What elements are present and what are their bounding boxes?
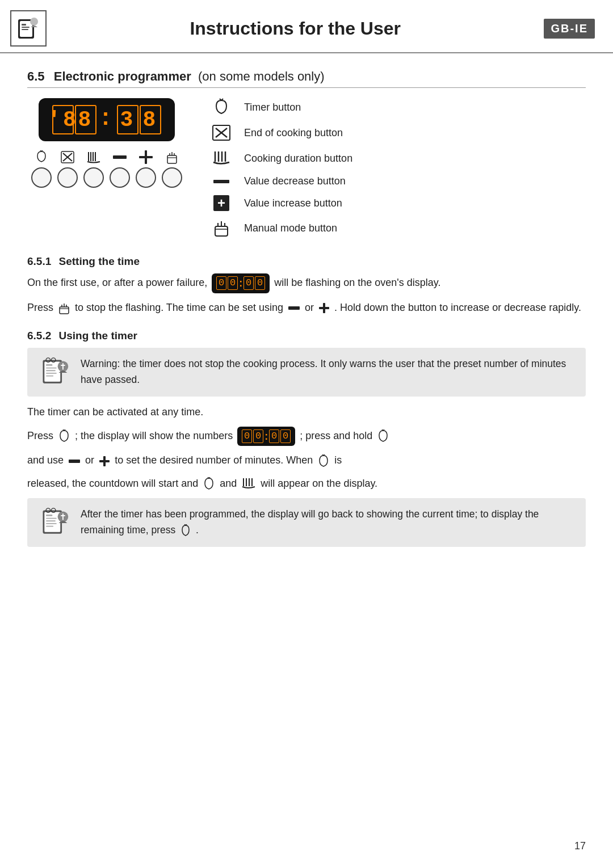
legend-end-cooking-text: End of cooking button xyxy=(244,127,343,139)
para-652-3: and use or to set the desired number of … xyxy=(27,452,586,469)
svg-rect-4 xyxy=(22,29,28,30)
inline-display-2: 0 0 : 0 0 xyxy=(237,427,295,446)
legend-manual-text: Manual mode button xyxy=(244,222,337,234)
para-652-4a: released, the countdown will start and xyxy=(27,478,198,489)
para-652-1: The timer can be activated at any time. xyxy=(27,403,586,421)
para-651-2: Press to stop the flashing. The time can… xyxy=(27,299,586,317)
svg-rect-51 xyxy=(46,376,53,377)
inline-plus-icon-2 xyxy=(99,456,110,467)
svg-rect-47 xyxy=(46,364,52,366)
digit-colon: : xyxy=(98,106,116,132)
btn-timer-col xyxy=(31,149,52,188)
plus-btn-symbol xyxy=(138,149,153,165)
btn-plus-col xyxy=(136,149,156,188)
inline-minus-icon-2 xyxy=(68,458,81,464)
para-652-1-text: The timer can be activated at any time. xyxy=(27,406,203,418)
plus-btn-circle[interactable] xyxy=(136,167,156,188)
id-d3: 0 xyxy=(243,276,254,290)
btn-minus-col xyxy=(110,149,130,188)
inline-minus-icon xyxy=(288,305,300,311)
timer-btn-circle[interactable] xyxy=(31,167,52,188)
para-652-4c: will appear on the display. xyxy=(261,478,377,489)
para-651-1: On the first use, or after a power failu… xyxy=(27,273,586,293)
legend-item-end-cooking: End of cooking button xyxy=(209,124,586,141)
svg-rect-37 xyxy=(60,307,69,314)
legend-cooking-duration-icon xyxy=(209,149,234,167)
svg-rect-42 xyxy=(288,306,300,310)
id-d4: 0 xyxy=(255,276,265,290)
legend-increase-icon: + xyxy=(209,195,234,211)
warning-icon-1 xyxy=(37,356,72,389)
manual-btn-circle[interactable] xyxy=(162,167,182,188)
legend-item-decrease: Value decrease button xyxy=(209,175,586,187)
legend-end-cooking-icon xyxy=(209,124,234,141)
region-badge: GB-IE xyxy=(544,19,595,39)
digit-3: 3 xyxy=(117,105,138,134)
legend-increase-text: Value increase button xyxy=(244,197,342,209)
main-content: 6.5 Electronic programmer (on some model… xyxy=(0,53,613,576)
para-652-4b: and xyxy=(220,478,237,489)
svg-rect-78 xyxy=(46,525,53,526)
inline-bell-icon-5 xyxy=(180,524,191,537)
page-header: Instructions for the User GB-IE xyxy=(0,0,613,53)
id2-d1: 0 xyxy=(242,429,252,443)
minus-btn-symbol xyxy=(112,149,127,165)
inline-manual-icon xyxy=(58,302,70,314)
para-652-4: released, the countdown will start and a… xyxy=(27,475,586,492)
warning-icon-2 xyxy=(37,506,72,539)
end-cooking-btn-symbol xyxy=(60,149,75,165)
section-title: Electronic programmer xyxy=(54,69,191,83)
para-652-3b: or xyxy=(85,454,94,466)
inline-plus-icon xyxy=(318,302,330,314)
subsection-651-heading: 6.5.1 Setting the time xyxy=(27,255,586,268)
svg-rect-61 xyxy=(69,460,80,463)
svg-rect-50 xyxy=(46,373,57,374)
inline-bell-icon-3 xyxy=(317,454,330,468)
para-652-3a: and use xyxy=(27,454,64,466)
para-652-3d: is xyxy=(334,454,342,466)
cooking-dur-btn-circle[interactable] xyxy=(83,167,104,188)
id2-d2: 0 xyxy=(253,429,263,443)
subsection-652-title: Using the timer xyxy=(59,330,137,342)
svg-rect-2 xyxy=(22,24,26,26)
subsection-651-title: Setting the time xyxy=(59,255,140,267)
inline-bell-icon-1 xyxy=(58,429,70,443)
page-number: 17 xyxy=(574,840,586,852)
warning-2-text: After the timer has been programmed, the… xyxy=(81,508,539,536)
end-cooking-btn-circle[interactable] xyxy=(57,167,78,188)
digit-2: 8 xyxy=(75,105,96,134)
btn-manual-col xyxy=(162,149,182,188)
legend-decrease-text: Value decrease button xyxy=(244,175,346,187)
svg-rect-75 xyxy=(46,517,57,519)
id2-colon: : xyxy=(264,428,268,445)
legend-item-timer: Timer button xyxy=(209,98,586,116)
svg-rect-76 xyxy=(46,520,56,521)
timer-btn-symbol xyxy=(35,149,48,165)
id-d1: 0 xyxy=(216,276,226,290)
warning-2b: . xyxy=(196,524,199,536)
display-screen: '8 8 : 3 8 xyxy=(39,98,175,141)
display-panel: '8 8 : 3 8 xyxy=(27,98,186,191)
inline-bell-icon-4 xyxy=(203,477,215,491)
notepad-svg-1 xyxy=(39,357,70,389)
display-digits: '8 8 : 3 8 xyxy=(52,105,161,134)
section-num: 6.5 xyxy=(27,69,45,83)
para-652-2a: Press xyxy=(27,430,53,441)
btn-cooking-dur-col xyxy=(83,149,104,188)
subsection-652-num: 6.5.2 xyxy=(27,330,51,342)
minus-btn-circle[interactable] xyxy=(110,167,130,188)
legend-item-manual: Manual mode button xyxy=(209,219,586,237)
para-652-2c: ; press and hold xyxy=(300,430,372,441)
digit-1: '8 xyxy=(52,105,74,134)
brand-logo xyxy=(10,10,47,47)
warning-text-1: Warning: the timer does not stop the coo… xyxy=(81,356,576,387)
para-652-2: Press ; the display will show the number… xyxy=(27,427,586,446)
warning-box-1: Warning: the timer does not stop the coo… xyxy=(27,348,586,397)
legend-cooking-duration-text: Cooking duration button xyxy=(244,153,352,165)
subsection-651-num: 6.5.1 xyxy=(27,255,51,267)
warning-box-2: After the timer has been programmed, the… xyxy=(27,498,586,547)
manual-btn-symbol xyxy=(165,149,179,165)
svg-rect-77 xyxy=(46,523,57,524)
svg-rect-15 xyxy=(113,155,127,159)
programmer-diagram: '8 8 : 3 8 xyxy=(27,98,586,237)
